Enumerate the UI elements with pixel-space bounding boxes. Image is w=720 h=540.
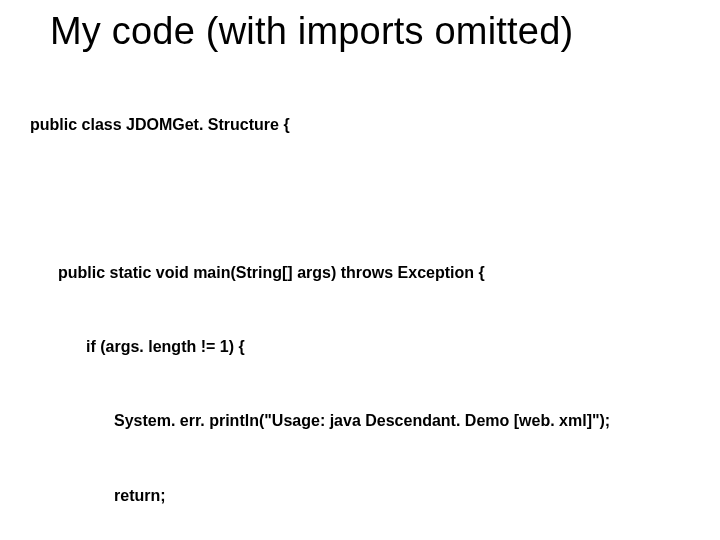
code-line: if (args. length != 1) { <box>86 335 700 360</box>
code-block: public class JDOMGet. Structure { public… <box>30 63 700 540</box>
code-line: System. err. println("Usage: java Descen… <box>114 409 700 434</box>
blank-line <box>30 187 700 211</box>
slide: My code (with imports omitted) public cl… <box>0 0 720 540</box>
code-line: return; <box>114 484 700 509</box>
slide-title: My code (with imports omitted) <box>50 10 700 53</box>
code-line: public class JDOMGet. Structure { <box>30 113 700 138</box>
code-line: public static void main(String[] args) t… <box>58 261 700 286</box>
